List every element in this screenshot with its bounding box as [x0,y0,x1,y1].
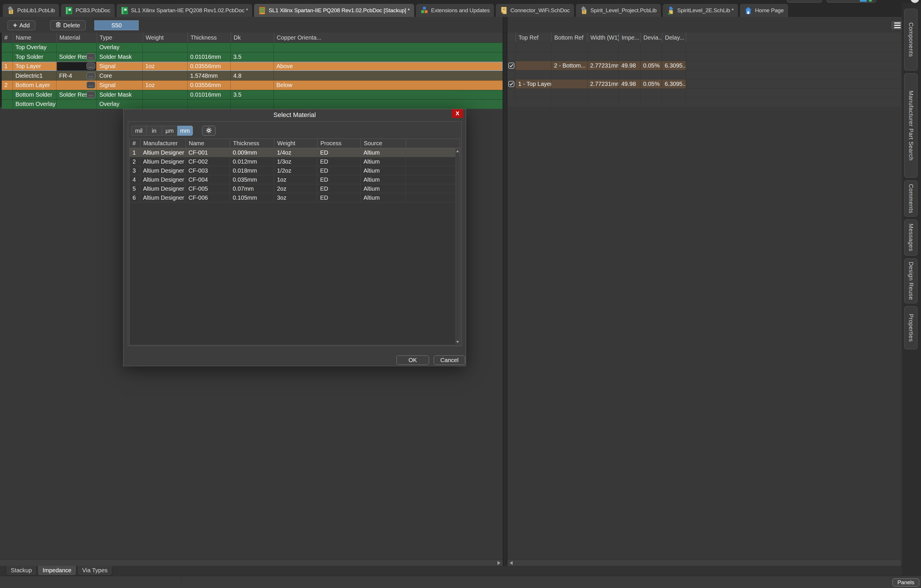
cell-checkbox [508,52,516,61]
add-button[interactable]: + Add [8,20,35,30]
cell-width-w1 [587,52,619,61]
cancel-button[interactable]: Cancel [434,356,465,365]
view-tab-via-types[interactable]: Via Types [77,566,112,575]
cell-delay [662,42,686,52]
stackup-row-top-solder[interactable]: Top SolderSolder Resist…Solder Mask0.010… [2,52,503,62]
unit-button-mm[interactable]: mm [177,126,193,136]
stackup-row-bottom-overlay[interactable]: Bottom OverlayOverlay [2,99,503,109]
tab-pcblib1-pcblib[interactable]: PcbLib1.PcbLib [2,3,59,17]
cell-width-w1 [587,97,619,107]
cell-checkbox [508,88,516,98]
panel-tab-design-reuse[interactable]: Design Reuse [904,258,918,303]
cell-delay [662,70,686,80]
tab-sl1-xilinx-spartan-iie-pq208-rev1-02-pcb[interactable]: SL1 Xilinx Spartan-IIE PQ208 Rev1.02.Pcb… [254,3,414,17]
material-browse-button[interactable]: … [86,72,95,79]
ok-button[interactable]: OK [396,356,429,365]
cell-num [2,71,13,81]
stackup-row-top-layer[interactable]: 1Top Layer…Signal1oz0.03556mmAbove [2,62,503,71]
impedance-row-1-top-layer[interactable]: 1 - Top Layer2.77231mm49.980.05%6.3095..… [508,79,901,88]
material-row-cf-001[interactable]: 1Altium DesignerCF-0010.009mm1/4ozEDAlti… [130,148,460,157]
left-horizontal-scrollbar[interactable] [0,559,503,566]
schdoc-icon [500,6,508,15]
stackup-row-dielectric1[interactable]: Dielectric1FR-4…Core1.5748mm4.8 [2,71,503,81]
close-button[interactable]: X [452,109,463,118]
material-row-cf-005[interactable]: 5Altium DesignerCF-0050.07mm2ozEDAltium [130,184,460,193]
cell-material: Solder Resist… [57,52,97,62]
tab-label: Spirit_Level_Project.PcbLib [591,7,657,14]
tab-connector-wifi-schdoc[interactable]: Connector_WiFi.SchDoc [495,3,574,17]
cell-manufacturer: Altium Designer [140,166,186,175]
extensions-icon [420,6,428,15]
impedance-col-bottom-ref: Bottom Ref [552,32,587,42]
materials-col-name: Name [186,139,230,148]
materials-header-fill [406,139,460,148]
scroll-up-arrow[interactable] [456,150,459,152]
unit-button-in[interactable]: in [146,126,162,136]
material-row-cf-004[interactable]: 4Altium DesignerCF-0040.035mm1ozEDAltium [130,175,460,184]
cell-process: ED [317,148,361,157]
cell-dk [231,81,274,90]
tab-spiritlevel-2e-schlib[interactable]: SpiritLevel_2E.SchLib * [662,3,739,17]
material-browse-button[interactable]: … [86,81,95,88]
tab-home-page[interactable]: Home Page [740,3,788,17]
tab-label: Extensions and Updates [431,7,490,14]
cell-fill [686,42,901,52]
stackup-row-top-overlay[interactable]: Top OverlayOverlay [2,42,503,52]
panel-tab-manufacturer-part-search[interactable]: Manufacturer Part Search [904,73,918,177]
view-tab-stackup[interactable]: Stackup [6,566,37,575]
cell-type: Signal [97,81,143,90]
panel-splitter[interactable] [503,17,508,576]
material-browse-button[interactable]: … [86,53,95,60]
cell-num [2,99,13,109]
material-row-cf-006[interactable]: 6Altium DesignerCF-0060.105mm3ozEDAltium [130,193,460,202]
panel-tab-properties[interactable]: Properties [904,306,918,349]
settings-button[interactable] [202,126,216,136]
panels-button[interactable]: Panels [892,578,919,586]
panel-tab-components[interactable]: Components [904,9,918,70]
impedance-enabled-checkbox[interactable] [508,63,514,69]
cell-type: Solder Mask [97,90,143,99]
cell-name: Bottom Layer [13,81,57,90]
cell-delay: 6.3095... [662,79,686,88]
scroll-left-arrow[interactable] [510,561,513,565]
cell-fill [406,184,460,193]
view-tab-impedance[interactable]: Impedance [37,566,76,575]
material-row-cf-002[interactable]: 2Altium DesignerCF-0020.012mm1/3ozEDAlti… [130,157,460,166]
panel-tab-comments[interactable]: Comments [904,180,918,216]
cell-weight: 1/4oz [274,148,317,157]
tab-extensions-and-updates[interactable]: Extensions and Updates [416,3,495,17]
stackup-col-dk: Dk [231,32,274,42]
impedance-enabled-checkbox[interactable] [508,81,514,87]
unit-button-m[interactable]: µm [162,126,177,136]
panel-tab-messages[interactable]: Messages [904,219,918,255]
right-horizontal-scrollbar[interactable] [508,559,901,566]
stackup-col-item: # [2,32,13,42]
materials-table: #ManufacturerNameThicknessWeightProcessS… [129,138,460,345]
impedance-table: Top RefBottom RefWidth (W1)Impe...Devia.… [508,32,901,107]
cell-thickness: 1.5748mm [187,71,231,81]
impedance-row-empty [508,97,901,107]
cell-type: Overlay [97,43,143,52]
tab-spirit-level-project-pcblib[interactable]: Spirit_Level_Project.PcbLib [576,3,661,17]
tab-sl1-xilinx-spartan-iie-pq208-rev1-02-pcb[interactable]: SL1 Xilinx Spartan-IIE PQ208 Rev1.02.Pcb… [116,3,253,17]
stackup-row-bottom-layer[interactable]: 2Bottom Layer…Signal1oz0.03556mmBelow [2,80,503,90]
cell-impedance [619,97,641,107]
stackup-row-bottom-solder[interactable]: Bottom SolderSolder Resist…Solder Mask0.… [2,90,503,99]
scroll-down-arrow[interactable] [456,341,459,343]
cell-copper-orientation [274,71,503,81]
impedance-row-2-bottom[interactable]: 2 - Bottom...2.77231mm49.980.05%6.3095..… [508,61,901,70]
tab-pcb3-pcbdoc[interactable]: PCB3.PcbDoc [60,3,115,17]
material-browse-button[interactable]: … [86,91,95,98]
material-browse-button[interactable]: … [86,63,95,70]
unit-button-mil[interactable]: mil [131,126,146,136]
cell-impedance: 49.98 [619,79,641,88]
cell-deviation: 0.05% [641,79,662,88]
cell-process: ED [317,193,361,202]
delete-button[interactable]: Delete [50,20,86,30]
cell-name: Top Overlay [13,43,57,52]
material-row-cf-003[interactable]: 3Altium DesignerCF-0030.018mm1/2ozEDAlti… [130,166,460,175]
cell-num: 2 [130,157,140,166]
impedance-profile-button[interactable]: S50 [94,20,138,30]
materials-table-scrollbar[interactable] [455,148,460,344]
scroll-right-arrow[interactable] [498,561,500,565]
